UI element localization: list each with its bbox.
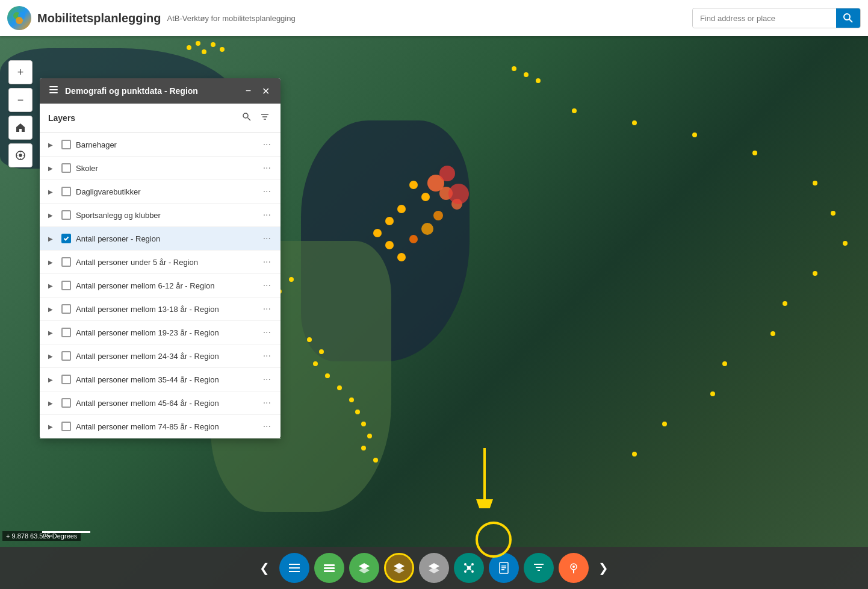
- home-button[interactable]: [8, 116, 33, 140]
- layer-checkbox[interactable]: [61, 210, 71, 220]
- layer-more-button[interactable]: ···: [262, 210, 272, 220]
- layer-checkbox[interactable]: [61, 328, 71, 337]
- layer-item[interactable]: ▶Antall personer mellom 45-64 år - Regio…: [40, 391, 281, 415]
- network-button[interactable]: [454, 553, 484, 583]
- layer-item[interactable]: ▶Antall personer mellom 13-18 år - Regio…: [40, 298, 281, 321]
- panel-close-button[interactable]: ✕: [259, 86, 272, 97]
- layer-checkbox[interactable]: [61, 187, 71, 196]
- layer-name: Sportsanlegg og klubber: [76, 211, 257, 220]
- layer-item[interactable]: ▶Antall personer mellom 74-85 år - Regio…: [40, 415, 281, 438]
- annotation-arrow: [467, 448, 503, 511]
- svg-line-41: [470, 566, 471, 567]
- layer-name: Dagligvarebutikker: [76, 187, 257, 196]
- layer-item[interactable]: ▶Dagligvarebutikker···: [40, 180, 281, 204]
- pin-button[interactable]: [559, 553, 589, 583]
- layer-expand-icon[interactable]: ▶: [48, 142, 57, 148]
- layer-expand-icon[interactable]: ▶: [48, 423, 57, 430]
- layer-expand-icon[interactable]: ▶: [48, 282, 57, 289]
- layer-checkbox[interactable]: [61, 281, 71, 290]
- layer-expand-icon[interactable]: ▶: [48, 259, 57, 266]
- svg-point-14: [243, 113, 248, 118]
- layer-more-button[interactable]: ···: [262, 257, 272, 267]
- layer-expand-icon[interactable]: ▶: [48, 353, 57, 360]
- svg-rect-11: [49, 86, 58, 87]
- layer-expand-icon[interactable]: ▶: [48, 329, 57, 336]
- bottom-toolbar: ❮: [0, 547, 868, 589]
- layer-expand-icon[interactable]: ▶: [48, 376, 57, 383]
- header: Mobilitetsplanlegging AtB-Verktøy for mo…: [0, 0, 868, 36]
- location-button[interactable]: [8, 143, 33, 167]
- left-arrow-button[interactable]: ❮: [255, 561, 274, 575]
- layer-item[interactable]: ▶Skoler···: [40, 157, 281, 180]
- zoom-in-button[interactable]: +: [8, 60, 33, 84]
- layer-checkbox[interactable]: [61, 422, 71, 431]
- layer-more-button[interactable]: ···: [262, 397, 272, 408]
- layer-more-button[interactable]: ···: [262, 280, 272, 291]
- layer-expand-icon[interactable]: ▶: [48, 189, 57, 195]
- layer-more-button[interactable]: ···: [262, 421, 272, 432]
- layer-more-button[interactable]: ···: [262, 327, 272, 338]
- layer-item[interactable]: ▶Antall personer mellom 35-44 år - Regio…: [40, 368, 281, 391]
- layer-panel: Demografi og punktdata - Region − ✕ Laye…: [40, 78, 281, 438]
- layer-item[interactable]: ▶Antall personer mellom 24-34 år - Regio…: [40, 344, 281, 368]
- layer-expand-icon[interactable]: ▶: [48, 400, 57, 407]
- layer-item[interactable]: ▶Sportsanlegg og klubber···: [40, 204, 281, 227]
- layer-checkbox[interactable]: [61, 234, 71, 243]
- layer-more-button[interactable]: ···: [262, 163, 272, 173]
- layers-active-button[interactable]: [384, 553, 414, 583]
- layer-more-button[interactable]: ···: [262, 139, 272, 150]
- layers-label: Layers: [48, 113, 240, 123]
- layer-name: Antall personer - Region: [76, 234, 257, 243]
- layer-expand-icon[interactable]: ▶: [48, 165, 57, 172]
- panel-toolbar: Layers: [40, 104, 281, 133]
- panel-header-icon: [48, 84, 59, 98]
- layer-item[interactable]: ▶Antall personer mellom 6-12 år - Region…: [40, 274, 281, 298]
- svg-rect-27: [324, 567, 335, 569]
- svg-marker-34: [429, 567, 439, 573]
- layers-green-2-button[interactable]: [349, 553, 379, 583]
- svg-point-38: [464, 570, 467, 573]
- layer-name: Antall personer mellom 6-12 år - Region: [76, 281, 257, 290]
- layer-expand-icon[interactable]: ▶: [48, 306, 57, 313]
- layer-item[interactable]: ▶Antall personer under 5 år - Region···: [40, 251, 281, 274]
- layer-checkbox[interactable]: [61, 398, 71, 408]
- layer-expand-icon[interactable]: ▶: [48, 235, 57, 242]
- panel-minimize-button[interactable]: −: [243, 86, 253, 96]
- layer-item[interactable]: ▶Antall personer - Region···: [40, 227, 281, 251]
- svg-marker-30: [359, 567, 370, 573]
- svg-rect-25: [289, 571, 300, 572]
- layer-more-button[interactable]: ···: [262, 304, 272, 314]
- search-input[interactable]: [693, 9, 836, 28]
- layer-more-button[interactable]: ···: [262, 233, 272, 244]
- svg-line-40: [467, 566, 468, 567]
- layer-checkbox[interactable]: [61, 375, 71, 384]
- layer-checkbox[interactable]: [61, 351, 71, 361]
- zoom-out-button[interactable]: −: [8, 88, 33, 112]
- layer-checkbox[interactable]: [61, 257, 71, 267]
- layer-item[interactable]: ▶Antall personer mellom 19-23 år - Regio…: [40, 321, 281, 344]
- right-arrow-button[interactable]: ❯: [594, 561, 613, 575]
- svg-point-36: [464, 563, 467, 566]
- layer-item[interactable]: ▶Barnehager···: [40, 133, 281, 157]
- svg-line-4: [849, 19, 852, 22]
- layer-more-button[interactable]: ···: [262, 351, 272, 361]
- search-layers-icon[interactable]: [240, 110, 254, 126]
- layers-gray-button[interactable]: [419, 553, 449, 583]
- list-button[interactable]: [279, 553, 309, 583]
- layer-more-button[interactable]: ···: [262, 374, 272, 385]
- svg-rect-46: [501, 567, 506, 569]
- layer-name: Antall personer mellom 24-34 år - Region: [76, 352, 257, 361]
- search-button[interactable]: [836, 8, 860, 28]
- filter-button[interactable]: [524, 553, 554, 583]
- panel-header: Demografi og punktdata - Region − ✕: [40, 78, 281, 104]
- layer-checkbox[interactable]: [61, 163, 71, 173]
- filter-layers-icon[interactable]: [258, 110, 272, 126]
- panel-title: Demografi og punktdata - Region: [65, 86, 237, 96]
- layers-green-1-button[interactable]: [314, 553, 344, 583]
- layer-checkbox[interactable]: [61, 304, 71, 314]
- search-bar: [692, 8, 861, 28]
- layer-checkbox[interactable]: [61, 140, 71, 149]
- layer-expand-icon[interactable]: ▶: [48, 212, 57, 219]
- layer-more-button[interactable]: ···: [262, 186, 272, 197]
- svg-rect-26: [324, 564, 335, 566]
